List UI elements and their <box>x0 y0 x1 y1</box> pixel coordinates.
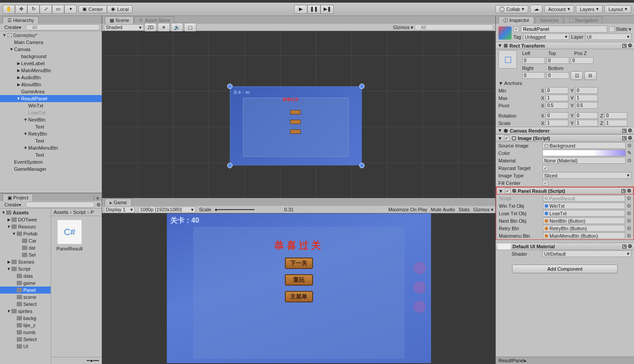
hand-tool[interactable]: ✋ <box>3 5 15 14</box>
pause-button[interactable]: ❚❚ <box>307 5 321 14</box>
wintxt-field[interactable]: WinTxt <box>543 202 625 209</box>
game-gizmos-dropdown[interactable]: Gizmos ▾ <box>473 207 494 213</box>
folder-item[interactable]: ▼Script <box>0 265 51 272</box>
retry-button[interactable]: 重玩 <box>285 274 313 286</box>
tree-item-root[interactable]: ▼⛶ Gameplay* <box>0 32 102 39</box>
tree-item[interactable]: Text <box>0 123 102 130</box>
pivot-center-button[interactable]: ▣Center <box>78 5 107 13</box>
pivot-local-button[interactable]: ◉Local <box>107 5 133 13</box>
gizmos-dropdown[interactable]: Gizmos ▾ <box>393 25 413 30</box>
tree-item[interactable]: Text <box>0 151 102 158</box>
move-tool[interactable]: ✥ <box>15 5 27 14</box>
tree-item[interactable]: background <box>0 53 102 60</box>
layers-button[interactable]: Layers ▾ <box>576 5 603 13</box>
services-tab[interactable]: Services <box>535 16 563 24</box>
folder-item[interactable]: scene <box>0 294 51 301</box>
rect-tool[interactable]: ▭ <box>52 5 64 14</box>
source-image-field[interactable]: ▢ Background <box>542 142 626 149</box>
2d-toggle[interactable]: 2D <box>144 23 157 32</box>
mainmenu-button[interactable]: 主菜单 <box>285 291 313 302</box>
folder-item[interactable]: Select <box>0 301 51 308</box>
step-button[interactable]: ▶❚ <box>321 5 334 14</box>
account-button[interactable]: Account ▾ <box>544 5 574 13</box>
project-search-input[interactable] <box>26 202 95 208</box>
asset-grid[interactable]: C# PanelResult <box>51 216 102 357</box>
anchor-preset[interactable] <box>498 50 517 69</box>
inspector-tab[interactable]: ⓘInspector <box>498 16 534 24</box>
scale-y[interactable] <box>575 120 598 126</box>
scale-x[interactable] <box>546 120 568 126</box>
tree-item[interactable]: ▼Canvas <box>0 46 102 53</box>
active-checkbox[interactable]: ✓ <box>513 26 519 32</box>
pivot-y[interactable] <box>575 102 598 109</box>
component-rect-transform[interactable]: ▼ ⊞ Rect Transform◳ ⚙ <box>496 42 634 49</box>
shader-dropdown[interactable]: UI/Default▾ <box>542 250 631 257</box>
scale-z[interactable] <box>605 120 627 126</box>
side-icon-2[interactable] <box>413 281 426 294</box>
pivot-x[interactable] <box>546 102 568 109</box>
tree-item[interactable]: ▶LevelLabel <box>0 60 102 67</box>
project-folder-tree[interactable]: ▼Assets▶DOTwee▼Resourc▼PrefabCardatSel▶S… <box>0 209 51 364</box>
breadcrumb[interactable]: Assets › Script › P <box>51 209 102 216</box>
component-image[interactable]: ▼ ✓ ▢ Image (Script)◳ ⚙ <box>496 134 634 142</box>
tree-item[interactable]: ▼NextBtn <box>0 116 102 123</box>
losetxt-field[interactable]: LoseTxt <box>543 210 625 217</box>
scene-tab[interactable]: ▦Scene <box>105 16 134 24</box>
component-material[interactable]: Default UI Material◳ ⚙ <box>496 243 634 250</box>
fx-toggle[interactable]: ▢ <box>184 23 196 32</box>
side-icon-3[interactable] <box>413 301 426 313</box>
resolution-dropdown[interactable]: 1080p (1920x1080)▾ <box>138 206 195 213</box>
game-tab[interactable]: ▸Game <box>105 199 132 206</box>
anchor-max-x[interactable] <box>546 95 568 101</box>
tree-item[interactable]: ▶AudioBtn <box>0 74 102 81</box>
bottom-field[interactable] <box>546 72 569 79</box>
rotate-tool[interactable]: ↻ <box>27 5 40 14</box>
folder-item[interactable]: lijie_z <box>0 322 51 329</box>
component-panel-result[interactable]: ▼ ✓ ⧉ Panel Result (Script)◳ ⚙ <box>496 187 634 195</box>
scale-tool[interactable]: ⤢ <box>40 5 52 14</box>
folder-item[interactable]: data <box>0 272 51 279</box>
tree-item[interactable]: Text <box>0 137 102 144</box>
collab-button[interactable]: ◯Collab ▾ <box>495 5 528 13</box>
layout-button[interactable]: Layout ▾ <box>605 5 631 13</box>
next-button[interactable]: 下一关 <box>285 257 313 269</box>
play-button[interactable]: ▶ <box>294 5 307 14</box>
folder-item[interactable]: ▼Prefab <box>0 230 51 237</box>
posz-field[interactable] <box>571 57 593 64</box>
anchor-max-y[interactable] <box>575 95 598 101</box>
image-type-dropdown[interactable]: Sliced▾ <box>542 172 631 179</box>
gameobject-name-input[interactable] <box>521 26 607 33</box>
tree-item[interactable]: Main Camera <box>0 39 102 46</box>
tree-item[interactable]: ▶MainMenuBtn <box>0 67 102 74</box>
raw-button[interactable]: R <box>584 71 597 80</box>
light-toggle[interactable]: ☀ <box>158 23 170 32</box>
tree-item[interactable]: GameManager <box>0 165 102 173</box>
hierarchy-search-input[interactable] <box>26 24 100 30</box>
component-canvas-renderer[interactable]: ▼ ◉ Canvas Renderer◳ ⚙ <box>496 127 634 134</box>
project-create-button[interactable]: Create ▾ <box>2 202 24 208</box>
folder-item[interactable]: numb <box>0 329 51 336</box>
folder-item[interactable]: Select <box>0 336 51 343</box>
gameobject-icon[interactable] <box>498 26 512 40</box>
cloud-button[interactable]: ☁ <box>530 5 542 14</box>
navigation-tab[interactable]: ⛶Navigation <box>564 16 603 24</box>
mute-toggle[interactable]: Mute Audio <box>431 207 455 212</box>
transform-tool[interactable]: ✦ <box>64 5 77 14</box>
scale-slider[interactable]: ●━━━━━━━━━━━━ <box>215 207 281 213</box>
project-tab[interactable]: ▣Project <box>3 194 33 201</box>
stats-toggle[interactable]: Stats <box>459 207 470 212</box>
folder-item[interactable]: dat <box>0 244 51 251</box>
hierarchy-tab[interactable]: ☰Hierarchy <box>3 16 39 24</box>
fillcenter-checkbox[interactable]: ✓ <box>542 180 548 186</box>
top-field[interactable] <box>546 57 569 64</box>
rot-y[interactable] <box>575 112 598 119</box>
folder-item[interactable]: backg <box>0 315 51 322</box>
folder-item[interactable]: Panel <box>0 287 51 294</box>
tree-item[interactable]: LoseTxt <box>0 109 102 116</box>
material-field[interactable]: None (Material) <box>542 157 626 164</box>
folder-item[interactable]: game <box>0 279 51 287</box>
folder-item[interactable]: Car <box>0 237 51 244</box>
scene-view[interactable]: 关卡：40 恭喜过关 <box>102 31 495 198</box>
left-field[interactable] <box>522 57 545 64</box>
tree-item[interactable]: ▶AboutBtn <box>0 81 102 88</box>
